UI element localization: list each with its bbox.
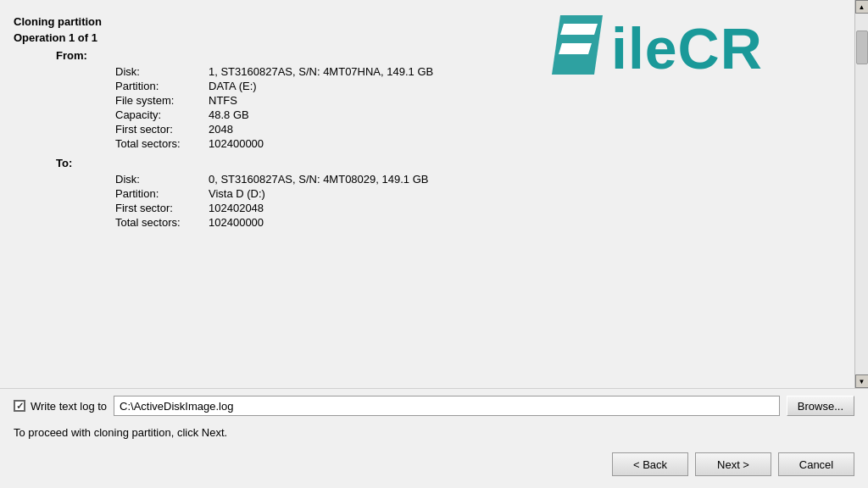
info-label: Partition: bbox=[115, 187, 209, 200]
log-checkbox-container: ✓ Write text log to bbox=[14, 400, 107, 413]
buttons-row: < Back Next > Cancel bbox=[0, 446, 868, 488]
info-value: 1, ST3160827AS, S/N: 4MT07HNA, 149.1 GB bbox=[209, 65, 433, 78]
from-info-row: File system:NTFS bbox=[115, 94, 841, 107]
info-value: 2048 bbox=[209, 123, 233, 136]
info-value: 102400000 bbox=[209, 216, 264, 229]
from-info-row: First sector:2048 bbox=[115, 123, 841, 136]
info-value: 102400000 bbox=[209, 137, 264, 150]
scrollbar[interactable]: ▲ ▼ bbox=[854, 0, 868, 388]
to-info-table: Disk:0, ST3160827AS, S/N: 4MT08029, 149.… bbox=[115, 173, 841, 229]
svg-marker-1 bbox=[560, 24, 598, 35]
browse-button[interactable]: Browse... bbox=[787, 396, 854, 416]
scrollbar-thumb[interactable] bbox=[856, 30, 868, 64]
info-value: 48.8 GB bbox=[209, 108, 249, 121]
content-area: ileCR Cloning partition Operation 1 of 1… bbox=[0, 0, 854, 388]
info-value: NTFS bbox=[209, 94, 237, 107]
svg-text:ileCR: ileCR bbox=[611, 16, 763, 80]
info-label: Disk: bbox=[115, 65, 209, 78]
to-info-row: First sector:102402048 bbox=[115, 202, 841, 214]
logo-watermark: ileCR bbox=[532, 0, 854, 89]
info-label: First sector: bbox=[115, 202, 209, 214]
back-button[interactable]: < Back bbox=[612, 452, 688, 476]
from-info-row: Total sectors:102400000 bbox=[115, 137, 841, 150]
info-label: Capacity: bbox=[115, 108, 209, 121]
log-checkbox-label: Write text log to bbox=[31, 400, 107, 413]
main-window: ileCR Cloning partition Operation 1 of 1… bbox=[0, 0, 868, 488]
logo-svg: ileCR bbox=[545, 7, 833, 83]
to-label: To: bbox=[56, 157, 841, 169]
instruction-text: To proceed with cloning partition, click… bbox=[0, 423, 868, 446]
info-label: Disk: bbox=[115, 173, 209, 186]
info-label: File system: bbox=[115, 94, 209, 107]
cancel-button[interactable]: Cancel bbox=[778, 452, 854, 476]
to-info-row: Disk:0, ST3160827AS, S/N: 4MT08029, 149.… bbox=[115, 173, 841, 186]
info-label: First sector: bbox=[115, 123, 209, 136]
to-info-row: Partition:Vista D (D:) bbox=[115, 187, 841, 200]
to-info-row: Total sectors:102400000 bbox=[115, 216, 841, 229]
log-checkbox[interactable]: ✓ bbox=[14, 400, 25, 412]
info-value: Vista D (D:) bbox=[209, 187, 265, 200]
scroll-panel: ileCR Cloning partition Operation 1 of 1… bbox=[0, 0, 868, 388]
info-value: 102402048 bbox=[209, 202, 264, 214]
next-button[interactable]: Next > bbox=[695, 452, 771, 476]
log-path-input[interactable] bbox=[114, 396, 780, 416]
info-label: Total sectors: bbox=[115, 137, 209, 150]
info-label: Partition: bbox=[115, 80, 209, 92]
info-value: 0, ST3160827AS, S/N: 4MT08029, 149.1 GB bbox=[209, 173, 428, 186]
checkbox-check-mark: ✓ bbox=[16, 401, 24, 412]
log-row: ✓ Write text log to Browse... bbox=[0, 388, 868, 423]
from-info-row: Capacity:48.8 GB bbox=[115, 108, 841, 121]
scroll-up-arrow[interactable]: ▲ bbox=[855, 0, 869, 14]
svg-marker-2 bbox=[559, 43, 592, 54]
info-label: Total sectors: bbox=[115, 216, 209, 229]
info-value: DATA (E:) bbox=[209, 80, 257, 92]
scroll-down-arrow[interactable]: ▼ bbox=[855, 374, 869, 388]
